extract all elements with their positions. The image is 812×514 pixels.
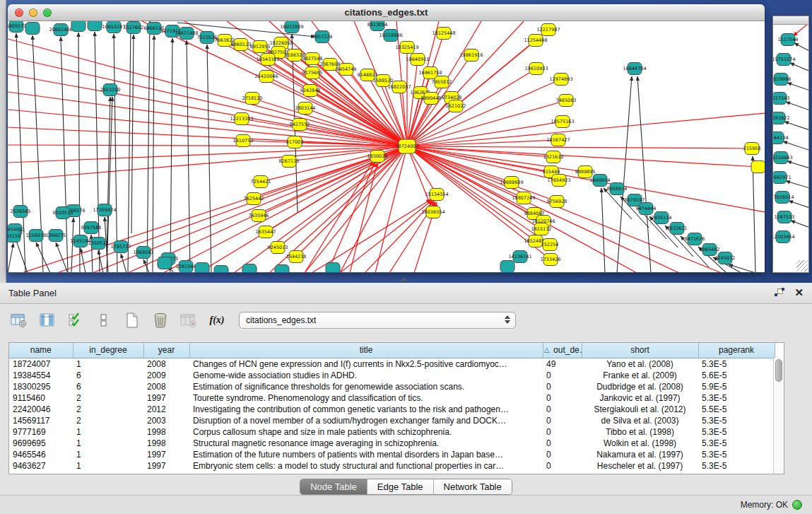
node[interactable] — [71, 21, 86, 32]
node[interactable]: 1394275 — [46, 230, 66, 242]
selected-node[interactable]: 12217987 — [536, 24, 560, 36]
new-document-icon[interactable] — [120, 309, 144, 332]
table-row[interactable]: 969969511998Structural magnetic resonanc… — [9, 438, 775, 449]
selected-node[interactable]: 9756928 — [547, 196, 567, 208]
background-network-window[interactable]: 1117544157510749329966922734312093822124… — [772, 16, 809, 273]
selected-node[interactable]: 1810753 — [233, 135, 254, 147]
selected-node[interactable] — [751, 161, 765, 173]
node[interactable]: 8813054 — [367, 21, 388, 31]
delete-table-icon[interactable] — [177, 309, 201, 332]
column-header-out_de[interactable]: △ out_de… — [543, 343, 582, 358]
merge-rows-icon[interactable] — [92, 309, 116, 332]
table-row[interactable]: 2242004622012Investigating the contribut… — [9, 404, 775, 415]
selected-node[interactable]: 215958 — [743, 143, 761, 155]
node[interactable] — [25, 23, 40, 35]
node[interactable]: 19218986 — [379, 30, 402, 42]
memory-status-icon[interactable] — [792, 500, 802, 510]
scrollbar-thumb[interactable] — [775, 359, 782, 382]
selected-node[interactable]: 1321610 — [543, 151, 564, 163]
table-vertical-scrollbar[interactable] — [773, 358, 784, 474]
table-row[interactable]: 1872400712008Changes of HCN gene express… — [9, 358, 775, 370]
node[interactable]: 1292344 — [176, 261, 196, 273]
close-panel-icon[interactable]: ✕ — [794, 288, 804, 298]
table-row[interactable]: 946554611997Estimation of the future num… — [9, 449, 775, 460]
node[interactable] — [242, 264, 257, 273]
selected-node[interactable]: 7254421 — [251, 176, 271, 188]
column-header-year[interactable]: year — [143, 343, 189, 358]
select-rows-icon[interactable] — [64, 309, 88, 332]
column-header-pagerank[interactable]: pagerank — [698, 343, 775, 358]
node[interactable] — [214, 266, 228, 273]
selected-node[interactable]: 16036554 — [421, 206, 445, 218]
table-row[interactable]: 1938455462009Genome-wide association stu… — [9, 370, 775, 381]
column-header-in_degree[interactable]: in_degree — [73, 343, 143, 358]
table-settings-icon[interactable] — [7, 309, 31, 332]
selected-node[interactable]: 252254 — [541, 239, 559, 251]
citation-network-graph[interactable]: 1872400776638228860123891295518226058982… — [8, 21, 765, 272]
node[interactable] — [195, 263, 209, 273]
resize-grip[interactable] — [796, 260, 808, 271]
tab-edge-table[interactable]: Edge Table — [367, 479, 434, 494]
selected-node[interactable]: 18640910 — [406, 54, 429, 66]
network-canvas[interactable]: 1872400776638228860123891295518226058982… — [8, 21, 765, 272]
node[interactable] — [88, 21, 102, 31]
selected-node[interactable]: 15134554 — [425, 189, 448, 201]
minimize-window-button[interactable] — [29, 8, 37, 17]
function-icon[interactable]: f(x) — [205, 309, 229, 332]
node[interactable]: 16033809 — [280, 21, 303, 33]
node[interactable]: 7857224 — [312, 31, 333, 43]
node[interactable]: 16648784 — [623, 63, 646, 75]
network-window-titlebar[interactable]: citations_edges.txt — [8, 4, 765, 21]
selected-node[interactable]: 7485083 — [556, 95, 577, 107]
node[interactable]: 17359924 — [93, 204, 116, 216]
selected-node[interactable]: 11254498 — [524, 35, 547, 47]
node[interactable]: 7632621 — [667, 223, 688, 235]
node[interactable]: 12103454 — [773, 231, 795, 243]
node[interactable]: 1065482 — [700, 244, 720, 256]
node[interactable]: 1640954 — [590, 175, 611, 187]
node[interactable] — [326, 263, 340, 273]
column-header-name[interactable]: name — [9, 343, 73, 358]
node[interactable]: 20691406 — [49, 24, 72, 36]
tab-node-table[interactable]: Node Table — [300, 479, 367, 494]
selected-node[interactable]: 9245013 — [268, 242, 288, 254]
node[interactable] — [275, 265, 289, 273]
node[interactable]: 93159 — [8, 230, 20, 243]
table-selector-dropdown[interactable]: citations_edges.txt — [239, 312, 516, 329]
tab-network-table[interactable]: Network Table — [434, 479, 512, 494]
column-header-title[interactable]: title — [189, 343, 543, 358]
selected-node[interactable]: 917003 — [286, 136, 304, 148]
background-network-canvas[interactable]: 1117544157510749329966922734312093822124… — [773, 25, 808, 272]
selected-node[interactable]: 18807249 — [512, 192, 535, 204]
node[interactable]: 1156839 — [26, 230, 47, 242]
column-header-short[interactable]: short — [582, 343, 698, 358]
node[interactable] — [500, 261, 514, 273]
hub-node[interactable]: 18724007 — [395, 139, 418, 153]
table-row[interactable]: 977716911998Corpus callosum shape and si… — [9, 426, 775, 438]
close-window-button[interactable] — [15, 8, 23, 17]
selected-node[interactable]: 18125448 — [432, 28, 455, 40]
selected-node[interactable]: 18575163 — [551, 116, 574, 128]
selected-node[interactable]: 9899895 — [575, 166, 596, 178]
panel-resize-handle[interactable] — [399, 277, 408, 281]
selected-node[interactable]: 8912955 — [250, 41, 271, 53]
zoom-window-button[interactable] — [43, 8, 52, 17]
table-row[interactable]: 1830029562008Estimation of significance … — [9, 381, 775, 392]
selected-node[interactable]: 10688609 — [500, 177, 523, 189]
node[interactable]: 10653287 — [102, 21, 125, 33]
selected-node[interactable]: 1733426 — [541, 254, 561, 266]
table-columns-icon[interactable] — [35, 309, 59, 332]
node[interactable]: 9245012 — [715, 252, 736, 264]
selected-node[interactable]: 1544218 — [286, 251, 307, 263]
node[interactable]: 5405571 — [8, 21, 26, 33]
node[interactable]: 1069581 — [134, 247, 154, 259]
network-view-window[interactable]: citations_edges.txt 18724007766382288601… — [8, 4, 765, 273]
node[interactable]: 8471676 — [685, 233, 705, 245]
float-panel-icon[interactable] — [775, 288, 784, 298]
selected-node[interactable]: 19610933 — [524, 63, 548, 75]
selected-node[interactable]: 10167427 — [546, 134, 570, 146]
selected-node[interactable]: 12974893 — [549, 74, 572, 86]
node[interactable] — [158, 257, 172, 269]
node[interactable]: 2526565 — [11, 206, 31, 218]
node[interactable]: 8958924 — [607, 183, 628, 195]
